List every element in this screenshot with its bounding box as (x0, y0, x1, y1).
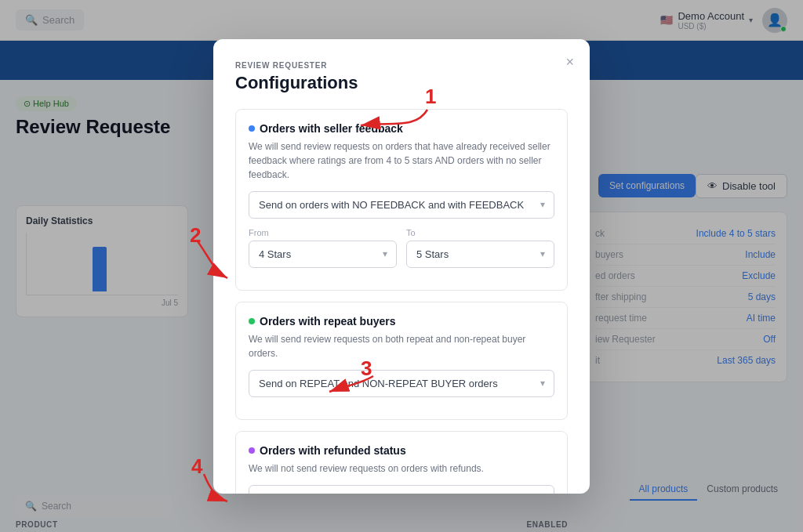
section-header: Orders with seller feedback (249, 122, 554, 135)
from-label: From (249, 228, 397, 237)
section-desc-refunded: We will not send review requests on orde… (249, 461, 554, 476)
feedback-select[interactable]: Send on orders with NO FEEDBACK and with… (249, 191, 554, 219)
from-select-wrapper: 4 Stars ▾ (249, 241, 397, 268)
refunded-select[interactable]: IGNORE orders with REFUNDS (249, 485, 554, 494)
repeat-select-wrapper: Send on REPEAT and NON-REPEAT BUYER orde… (249, 370, 554, 397)
section-title-feedback: Orders with seller feedback (260, 122, 403, 135)
section-dot-purple (249, 447, 255, 454)
section-desc-repeat: We will send review requests on both rep… (249, 332, 554, 360)
modal-title: Configurations (235, 73, 568, 93)
section-dot-green (249, 318, 255, 324)
to-stars-select[interactable]: 5 Stars (406, 241, 554, 268)
section-header: Orders with repeat buyers (249, 315, 554, 328)
configurations-modal: REVIEW REQUESTER Configurations × Orders… (213, 39, 590, 494)
modal-label: REVIEW REQUESTER (235, 61, 568, 70)
section-title-repeat: Orders with repeat buyers (260, 315, 396, 328)
to-group: To 5 Stars ▾ (406, 228, 554, 277)
repeat-buyers-select[interactable]: Send on REPEAT and NON-REPEAT BUYER orde… (249, 370, 554, 397)
feedback-select-wrapper: Send on orders with NO FEEDBACK and with… (249, 191, 554, 219)
from-stars-select[interactable]: 4 Stars (249, 241, 397, 268)
section-title-refunded: Orders with refunded status (260, 444, 406, 457)
to-label: To (406, 228, 554, 237)
section-dot-blue (249, 125, 255, 132)
section-header: Orders with refunded status (249, 444, 554, 457)
modal-close-button[interactable]: × (565, 55, 574, 69)
from-group: From 4 Stars ▾ (249, 228, 397, 277)
refunded-status-section: Orders with refunded status We will not … (235, 431, 568, 494)
section-desc-feedback: We will send review requests on orders t… (249, 139, 554, 182)
repeat-buyers-section: Orders with repeat buyers We will send r… (235, 302, 568, 420)
from-to-row: From 4 Stars ▾ To 5 Stars ▾ (249, 228, 554, 277)
to-select-wrapper: 5 Stars ▾ (406, 241, 554, 268)
refunded-select-wrapper: IGNORE orders with REFUNDS ▾ (249, 485, 554, 494)
seller-feedback-section: Orders with seller feedback We will send… (235, 109, 568, 291)
